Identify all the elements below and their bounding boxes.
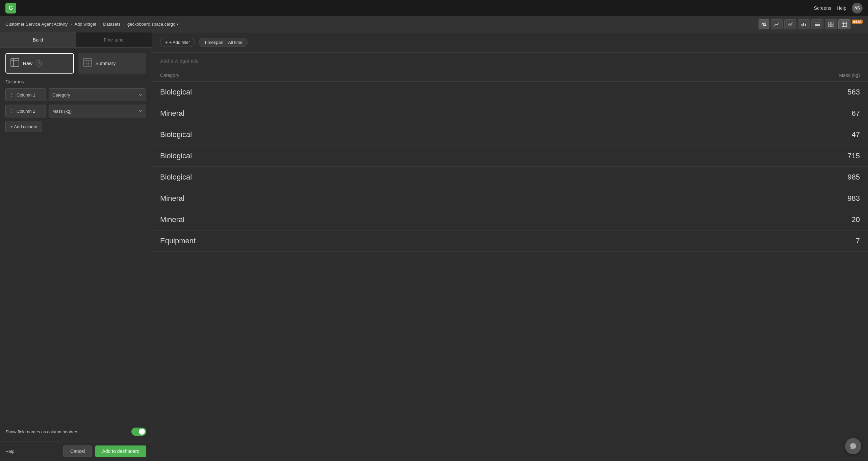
panel-footer: Help Cancel Add to dashboard bbox=[0, 441, 152, 461]
field-names-toggle[interactable] bbox=[131, 428, 146, 436]
toggle-row: Show field names as column headers bbox=[0, 422, 152, 441]
add-to-dashboard-button[interactable]: Add to dashboard bbox=[95, 445, 146, 457]
table-row: Mineral 67 bbox=[152, 103, 868, 124]
left-panel: Build Fine-tune Raw ? Summary Columns bbox=[0, 32, 152, 461]
line-chart-btn[interactable] bbox=[771, 19, 783, 29]
add-column-button[interactable]: + Add column bbox=[5, 121, 42, 132]
svg-rect-9 bbox=[831, 25, 833, 27]
cell-mass-4: 985 bbox=[570, 167, 868, 188]
main-layout: Build Fine-tune Raw ? Summary Columns bbox=[0, 32, 868, 461]
raw-info-icon[interactable]: ? bbox=[36, 60, 42, 66]
panel-tabs: Build Fine-tune bbox=[0, 32, 152, 48]
svg-rect-16 bbox=[83, 58, 92, 66]
help-link[interactable]: Help bbox=[5, 449, 15, 454]
column-row-2: ⋮ Column 2 Mass (kg) Category Type ID bbox=[5, 105, 146, 117]
cancel-button[interactable]: Cancel bbox=[63, 445, 92, 457]
chat-icon bbox=[849, 442, 857, 450]
svg-rect-2 bbox=[805, 24, 806, 26]
svg-rect-8 bbox=[828, 25, 831, 27]
user-avatar[interactable]: NS bbox=[852, 3, 863, 13]
drag-handle-1[interactable]: ⋮ bbox=[9, 92, 14, 98]
table-btn[interactable] bbox=[838, 19, 850, 29]
screens-link[interactable]: Screens bbox=[814, 5, 831, 11]
svg-rect-10 bbox=[842, 22, 847, 27]
svg-rect-7 bbox=[831, 22, 833, 24]
widget-title-placeholder[interactable]: Add a widget title bbox=[152, 53, 868, 69]
breadcrumb-toolbar: 42 BETA bbox=[759, 19, 863, 29]
cell-category-0: Biological bbox=[152, 82, 570, 103]
cell-mass-0: 563 bbox=[570, 82, 868, 103]
right-panel: + + Add filter Timespan = All time Add a… bbox=[152, 32, 868, 461]
add-filter-label: + Add filter bbox=[169, 40, 190, 45]
top-nav: G Screens Help NS bbox=[0, 0, 868, 16]
raw-icon bbox=[10, 58, 20, 69]
bar-chart-btn[interactable] bbox=[798, 19, 810, 29]
view-type-raw[interactable]: Raw ? bbox=[5, 53, 74, 74]
table-icon bbox=[842, 22, 847, 27]
table-body: Biological 563 Mineral 67 Biological 47 … bbox=[152, 82, 868, 252]
breadcrumb-sep-1: › bbox=[70, 22, 72, 27]
breadcrumb-sep-2: › bbox=[99, 22, 100, 27]
dataset-dropdown[interactable]: geckoboard.space.cargo ▾ bbox=[127, 22, 178, 27]
columns-section: Columns ⋮ Column 1 Category Mass (kg) Ty… bbox=[0, 79, 152, 422]
grid-icon bbox=[828, 22, 834, 27]
area-chart-btn[interactable] bbox=[784, 19, 796, 29]
svg-rect-1 bbox=[803, 23, 804, 26]
table-row: Biological 985 bbox=[152, 167, 868, 188]
breadcrumb-datasets[interactable]: Datasets bbox=[103, 22, 120, 27]
view-type-raw-label: Raw bbox=[23, 61, 32, 66]
svg-rect-4 bbox=[815, 24, 820, 25]
breadcrumb-add-widget[interactable]: Add widget bbox=[75, 22, 96, 27]
column-1-label: ⋮ Column 1 bbox=[5, 88, 46, 101]
cell-category-3: Biological bbox=[152, 145, 570, 167]
chat-widget[interactable] bbox=[845, 438, 861, 454]
cell-mass-7: 7 bbox=[570, 231, 868, 252]
columns-label: Columns bbox=[5, 79, 146, 84]
add-filter-button[interactable]: + + Add filter bbox=[160, 38, 195, 47]
tab-build[interactable]: Build bbox=[0, 32, 76, 47]
table-row: Equipment 7 bbox=[152, 231, 868, 252]
svg-rect-13 bbox=[11, 58, 19, 66]
preview-table: Category Mass (kg) Biological 563 Minera… bbox=[152, 69, 868, 252]
tab-fine-tune[interactable]: Fine-tune bbox=[76, 32, 152, 47]
table-row: Biological 715 bbox=[152, 145, 868, 167]
cell-category-5: Mineral bbox=[152, 188, 570, 209]
logo-button[interactable]: G bbox=[5, 3, 16, 13]
cell-mass-3: 715 bbox=[570, 145, 868, 167]
help-nav-link[interactable]: Help bbox=[837, 5, 846, 11]
cell-category-6: Mineral bbox=[152, 209, 570, 231]
view-type-summary[interactable]: Summary bbox=[78, 53, 147, 74]
widget-preview: Add a widget title Category Mass (kg) Bi… bbox=[152, 53, 868, 461]
breadcrumb-bar: Customer Service Agent Activity › Add wi… bbox=[0, 16, 868, 32]
column-2-select[interactable]: Mass (kg) Category Type ID bbox=[49, 105, 146, 117]
column-2-text: Column 2 bbox=[17, 109, 35, 114]
list-icon bbox=[815, 22, 820, 27]
column-1-select[interactable]: Category Mass (kg) Type ID bbox=[49, 88, 146, 101]
table-row: Biological 563 bbox=[152, 82, 868, 103]
column-row-1: ⋮ Column 1 Category Mass (kg) Type ID bbox=[5, 88, 146, 101]
breadcrumb-dashboard[interactable]: Customer Service Agent Activity bbox=[5, 22, 68, 27]
table-row: Mineral 983 bbox=[152, 188, 868, 209]
bar-chart-icon bbox=[801, 22, 807, 27]
footer-buttons: Cancel Add to dashboard bbox=[63, 445, 146, 457]
grid-btn[interactable] bbox=[825, 19, 837, 29]
drag-handle-2[interactable]: ⋮ bbox=[9, 108, 14, 114]
area-chart-icon bbox=[788, 22, 793, 27]
svg-rect-0 bbox=[801, 24, 802, 26]
nav-right: Screens Help NS bbox=[814, 3, 863, 13]
list-btn[interactable] bbox=[811, 19, 823, 29]
breadcrumb: Customer Service Agent Activity › Add wi… bbox=[5, 22, 178, 27]
timespan-badge: Timespan = All time bbox=[199, 38, 247, 47]
cell-mass-5: 983 bbox=[570, 188, 868, 209]
cell-category-1: Mineral bbox=[152, 103, 570, 124]
cell-mass-1: 67 bbox=[570, 103, 868, 124]
preview-header: + + Add filter Timespan = All time bbox=[152, 32, 868, 53]
cell-category-4: Biological bbox=[152, 167, 570, 188]
breadcrumb-sep-3: › bbox=[123, 22, 125, 27]
summary-icon bbox=[83, 58, 92, 69]
beta-badge: BETA bbox=[852, 20, 863, 24]
table-row: Mineral 20 bbox=[152, 209, 868, 231]
count-badge: 42 bbox=[759, 19, 769, 29]
plus-icon: + bbox=[165, 40, 168, 45]
cell-mass-6: 20 bbox=[570, 209, 868, 231]
